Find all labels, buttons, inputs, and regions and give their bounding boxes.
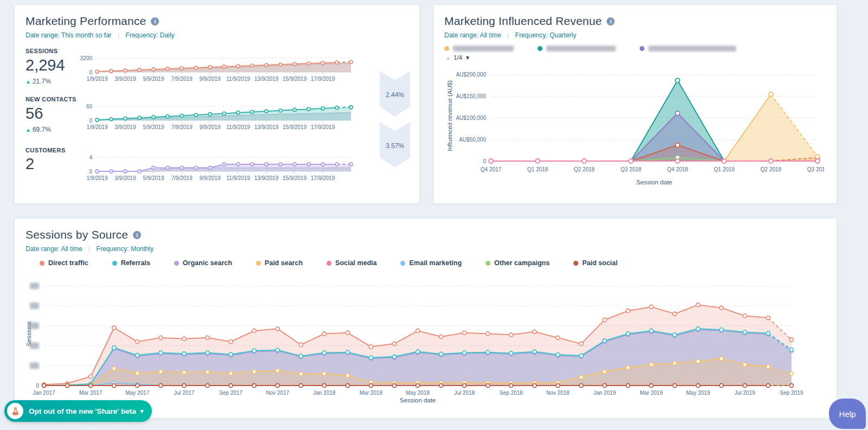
- paid-social-point[interactable]: [392, 384, 396, 388]
- redacted-deal-pink-point[interactable]: [489, 159, 493, 163]
- customers-point[interactable]: [95, 170, 99, 173]
- paid-social-point[interactable]: [159, 384, 163, 388]
- paid-search-point[interactable]: [649, 363, 653, 367]
- paid-search-point[interactable]: [322, 371, 326, 375]
- customers-point[interactable]: [152, 166, 155, 169]
- sessions-point[interactable]: [208, 66, 212, 69]
- sessions-point[interactable]: [293, 62, 296, 66]
- sessions-point[interactable]: [265, 63, 268, 67]
- paid-search-point[interactable]: [719, 357, 723, 361]
- paid-social-point[interactable]: [276, 384, 279, 388]
- direct-traffic-point[interactable]: [603, 318, 607, 322]
- paid-social-point[interactable]: [322, 384, 326, 388]
- referrals-point[interactable]: [486, 350, 490, 354]
- direct-traffic-point[interactable]: [696, 303, 700, 307]
- customers-point[interactable]: [222, 163, 226, 166]
- sessions-point[interactable]: [194, 66, 197, 69]
- direct-traffic-point[interactable]: [579, 342, 583, 345]
- paid-social-point[interactable]: [603, 384, 607, 388]
- paid-social-point[interactable]: [206, 384, 209, 388]
- paid-social-point[interactable]: [533, 384, 537, 388]
- direct-traffic-point[interactable]: [89, 375, 93, 378]
- paid-social-point[interactable]: [229, 384, 233, 388]
- referrals-point[interactable]: [392, 355, 396, 358]
- sessions-point[interactable]: [166, 67, 169, 70]
- direct-traffic-point[interactable]: [509, 333, 513, 337]
- referrals-point[interactable]: [322, 351, 326, 355]
- referrals-point[interactable]: [719, 328, 723, 332]
- direct-traffic-point[interactable]: [439, 335, 443, 339]
- redacted-deal-pink-point[interactable]: [815, 159, 820, 163]
- sessions-point[interactable]: [335, 61, 339, 64]
- referrals-point[interactable]: [182, 352, 186, 356]
- paid-social-point[interactable]: [556, 384, 560, 388]
- new-contacts-point[interactable]: [208, 112, 212, 115]
- paid-social-point[interactable]: [790, 384, 794, 388]
- new-contacts-point[interactable]: [138, 116, 141, 119]
- referrals-point[interactable]: [579, 354, 583, 357]
- referrals-point[interactable]: [369, 356, 373, 360]
- sessions-point[interactable]: [307, 62, 310, 65]
- customers-point[interactable]: [166, 166, 169, 169]
- direct-traffic-point[interactable]: [766, 316, 770, 320]
- paid-social-point[interactable]: [369, 384, 373, 388]
- new-contacts-point[interactable]: [95, 118, 99, 121]
- redacted-deal-rust-point[interactable]: [675, 143, 680, 147]
- paid-social-point[interactable]: [486, 384, 490, 388]
- paid-search-point[interactable]: [766, 365, 770, 369]
- redacted-deal-pink-point[interactable]: [535, 159, 540, 163]
- direct-traffic-point[interactable]: [533, 330, 537, 333]
- referrals-point[interactable]: [626, 332, 630, 336]
- legend-item-direct-traffic[interactable]: Direct traffic: [40, 259, 88, 267]
- customers-point[interactable]: [293, 163, 296, 166]
- direct-traffic-point[interactable]: [392, 342, 396, 345]
- direct-traffic-point[interactable]: [486, 332, 490, 336]
- referrals-point[interactable]: [649, 329, 653, 332]
- customers-point[interactable]: [110, 170, 113, 173]
- referrals-point[interactable]: [136, 354, 139, 357]
- new-contacts-point[interactable]: [307, 107, 310, 111]
- influenced-revenue-chart[interactable]: AU$200,000AU$150,000AU$100,000AU$50,0000…: [444, 64, 824, 188]
- paid-social-point[interactable]: [136, 384, 139, 388]
- referrals-point[interactable]: [229, 352, 233, 356]
- customers-point[interactable]: [335, 163, 339, 166]
- new-contacts-point[interactable]: [349, 105, 353, 108]
- sessions-point[interactable]: [152, 68, 155, 71]
- customers-point[interactable]: [321, 163, 324, 166]
- customers-point[interactable]: [279, 163, 282, 166]
- legend-item-referrals[interactable]: Referrals: [112, 259, 150, 267]
- customers-point[interactable]: [307, 163, 310, 166]
- paid-social-point[interactable]: [743, 384, 746, 388]
- redacted-deal-pink-point[interactable]: [769, 159, 773, 163]
- direct-traffic-point[interactable]: [369, 345, 373, 349]
- direct-traffic-point[interactable]: [719, 306, 723, 310]
- new-contacts-point[interactable]: [279, 109, 282, 112]
- customers-point[interactable]: [124, 170, 127, 173]
- paid-search-point[interactable]: [276, 369, 279, 373]
- sessions-point[interactable]: [321, 61, 324, 65]
- paid-social-point[interactable]: [463, 384, 467, 388]
- paid-search-point[interactable]: [252, 370, 256, 374]
- sessions-point[interactable]: [138, 68, 141, 72]
- direct-traffic-point[interactable]: [206, 336, 209, 339]
- redacted-deal-pink-point[interactable]: [722, 159, 726, 163]
- customers-point[interactable]: [194, 166, 197, 169]
- legend-item-redacted[interactable]: [538, 46, 616, 52]
- new-contacts-point[interactable]: [166, 114, 169, 118]
- paid-social-point[interactable]: [299, 384, 303, 388]
- referrals-point[interactable]: [790, 348, 794, 351]
- referrals-point[interactable]: [556, 353, 560, 357]
- paid-search-point[interactable]: [112, 367, 116, 370]
- sessions-sparkline[interactable]: 320001/9/20193/9/20195/9/20197/9/20199/9…: [78, 53, 359, 85]
- new-contacts-point[interactable]: [237, 111, 240, 114]
- paid-search-point[interactable]: [603, 370, 607, 374]
- sessions-point[interactable]: [279, 63, 282, 66]
- new-contacts-point[interactable]: [124, 117, 127, 120]
- direct-traffic-point[interactable]: [136, 340, 139, 344]
- paid-search-point[interactable]: [790, 371, 794, 375]
- new-contacts-point[interactable]: [251, 110, 254, 113]
- paid-search-point[interactable]: [626, 365, 630, 369]
- new-contacts-point[interactable]: [222, 112, 226, 115]
- new-contacts-point[interactable]: [265, 110, 268, 113]
- direct-traffic-point[interactable]: [322, 332, 326, 336]
